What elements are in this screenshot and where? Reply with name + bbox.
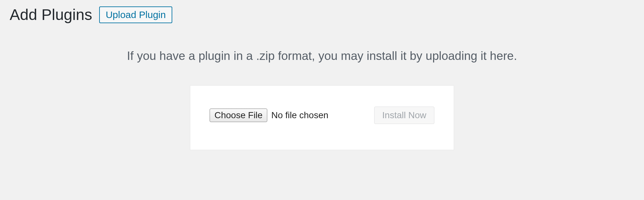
choose-file-button[interactable]: Choose File (210, 109, 267, 122)
page-title: Add Plugins (10, 6, 92, 24)
page-header: Add Plugins Upload Plugin (10, 6, 634, 24)
upload-plugin-button[interactable]: Upload Plugin (99, 6, 172, 23)
upload-panel: Choose File No file chosen Install Now (190, 85, 454, 150)
install-now-button[interactable]: Install Now (374, 107, 434, 124)
upload-description: If you have a plugin in a .zip format, y… (10, 49, 634, 63)
file-input-group: Choose File No file chosen (210, 109, 328, 122)
file-status-text: No file chosen (271, 110, 328, 120)
